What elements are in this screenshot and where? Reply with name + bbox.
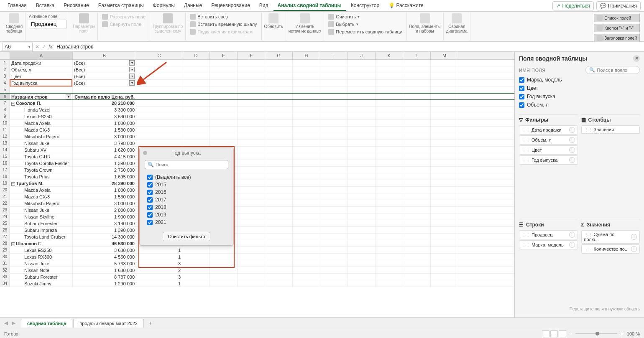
cell[interactable] xyxy=(182,254,210,260)
cell[interactable]: 1 390 000 xyxy=(73,160,136,166)
cell[interactable] xyxy=(376,107,403,113)
cell[interactable] xyxy=(431,173,458,180)
cell[interactable] xyxy=(265,260,293,267)
cell[interactable] xyxy=(265,234,293,240)
cell[interactable] xyxy=(403,220,431,226)
cell[interactable] xyxy=(320,94,348,99)
name-box[interactable]: A6▾ xyxy=(3,43,33,51)
cell[interactable] xyxy=(265,267,293,273)
cell[interactable] xyxy=(182,113,210,119)
cell[interactable] xyxy=(320,247,348,253)
cell[interactable]: 3 000 000 xyxy=(73,200,136,206)
cell[interactable] xyxy=(238,193,265,200)
cell[interactable] xyxy=(431,274,458,280)
tab-data[interactable]: Данные xyxy=(180,1,206,11)
cell[interactable]: Объем, л xyxy=(10,66,73,73)
cell[interactable] xyxy=(320,100,348,106)
row-header[interactable]: 33 xyxy=(0,274,10,280)
cell[interactable] xyxy=(293,200,320,206)
cell[interactable]: Subaru XV xyxy=(10,147,73,153)
refresh-button[interactable]: Обновить xyxy=(264,13,283,29)
cell[interactable] xyxy=(320,180,348,186)
area-item[interactable]: ⋮⋮ Год выпускаi xyxy=(519,155,578,165)
cell[interactable] xyxy=(376,213,403,220)
cell[interactable] xyxy=(265,66,293,73)
cell[interactable] xyxy=(376,280,403,287)
cell[interactable] xyxy=(431,133,458,140)
row-header[interactable]: 18 xyxy=(0,173,10,180)
cell[interactable] xyxy=(238,280,265,287)
cell[interactable] xyxy=(293,94,320,99)
field-search[interactable]: 🔍 xyxy=(585,66,640,74)
cell[interactable] xyxy=(431,127,458,133)
cell[interactable]: Toyota Crown xyxy=(10,167,73,173)
cell[interactable] xyxy=(320,160,348,166)
cell[interactable] xyxy=(348,147,376,153)
cell[interactable] xyxy=(210,260,238,267)
cell[interactable] xyxy=(376,113,403,119)
field-list-toggle[interactable]: Список полей xyxy=(594,14,640,22)
cancel-icon[interactable]: ✕ xyxy=(35,44,39,50)
cell[interactable] xyxy=(403,254,431,260)
col-header-k[interactable]: K xyxy=(376,52,403,59)
info-icon[interactable]: i xyxy=(569,137,575,143)
cell[interactable]: Названия строк▾ xyxy=(10,94,73,99)
cell[interactable] xyxy=(403,247,431,253)
cell[interactable]: Цвет xyxy=(10,73,73,79)
cell[interactable] xyxy=(431,240,458,247)
cell[interactable] xyxy=(265,127,293,133)
cell[interactable] xyxy=(265,80,293,86)
cell[interactable] xyxy=(431,220,458,226)
cell[interactable] xyxy=(210,274,238,280)
cell[interactable] xyxy=(238,60,265,66)
cell[interactable] xyxy=(210,66,238,73)
cell[interactable] xyxy=(210,73,238,79)
popup-select-all[interactable]: (Выделить все) xyxy=(147,173,226,181)
cell[interactable]: 4 550 000 xyxy=(73,254,136,260)
cell[interactable] xyxy=(348,133,376,140)
cell[interactable]: (Все)▾ xyxy=(73,60,136,66)
pm-buttons-toggle[interactable]: Кнопки "+" и "-" xyxy=(594,24,640,32)
cell[interactable] xyxy=(431,254,458,260)
row-header[interactable]: 14 xyxy=(0,147,10,153)
cell[interactable] xyxy=(238,80,265,86)
fields-items-button[interactable]: Поля, элементы и наборы xyxy=(409,13,440,33)
cell[interactable] xyxy=(182,247,210,253)
cell[interactable] xyxy=(136,140,182,146)
cell[interactable] xyxy=(182,267,210,273)
cell[interactable] xyxy=(265,254,293,260)
cell[interactable]: 3 630 000 xyxy=(73,113,136,119)
cell[interactable] xyxy=(293,133,320,140)
collapse-field-button[interactable]: Свернуть поле xyxy=(100,21,147,28)
cell[interactable]: 1 xyxy=(136,254,182,260)
cell[interactable]: (Все)▾ xyxy=(73,66,136,73)
cell[interactable] xyxy=(210,280,238,287)
cell[interactable] xyxy=(238,107,265,113)
cell[interactable] xyxy=(348,234,376,240)
cell[interactable] xyxy=(431,107,458,113)
tab-review[interactable]: Рецензирование xyxy=(207,1,254,11)
cell[interactable] xyxy=(320,240,348,247)
popup-item[interactable]: 2019 xyxy=(147,211,226,219)
checkbox[interactable] xyxy=(519,102,524,108)
tab-home[interactable]: Главная xyxy=(3,1,31,11)
cell[interactable]: Toyota C-HR xyxy=(10,153,73,160)
cell[interactable] xyxy=(238,267,265,273)
cell[interactable]: 3 000 000 xyxy=(73,133,136,140)
cell[interactable] xyxy=(431,100,458,106)
cell[interactable]: 14 300 000 xyxy=(73,234,136,240)
cell[interactable]: −Тригубов М. xyxy=(10,180,73,186)
cell[interactable] xyxy=(376,274,403,280)
expand-field-button[interactable]: Развернуть поле xyxy=(100,13,147,20)
cell[interactable] xyxy=(265,173,293,180)
cell[interactable] xyxy=(376,120,403,126)
row-header[interactable]: 4 xyxy=(0,80,10,86)
cell[interactable] xyxy=(403,213,431,220)
row-header[interactable]: 26 xyxy=(0,227,10,233)
cell[interactable] xyxy=(238,94,265,99)
field-headers-toggle[interactable]: Заголовки полей xyxy=(594,34,640,42)
cell[interactable] xyxy=(403,60,431,66)
col-header-c[interactable]: C xyxy=(136,52,182,59)
cell[interactable] xyxy=(320,254,348,260)
area-item[interactable]: ⋮⋮ Значения xyxy=(581,125,640,134)
